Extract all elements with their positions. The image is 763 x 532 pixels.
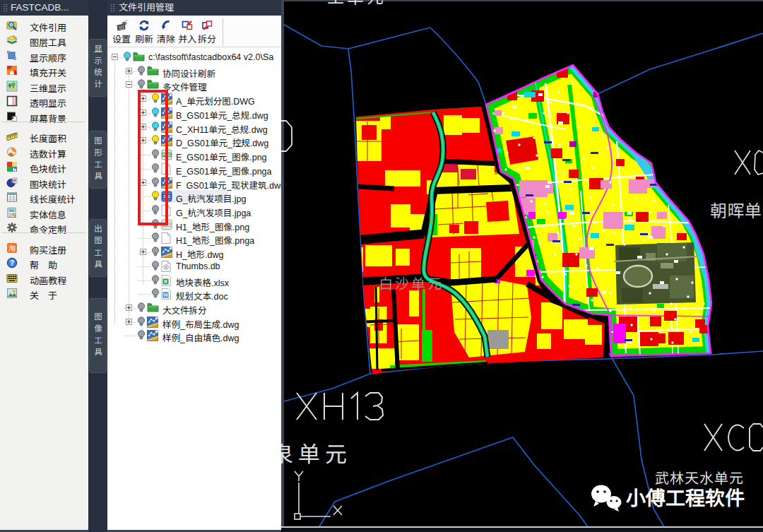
svg-text:白沙单元: 白沙单元 [379, 273, 444, 293]
svg-text:工单元: 工单元 [327, 0, 386, 8]
svg-text:泉单元: 泉单元 [281, 437, 352, 468]
svg-text:小傅工程软件: 小傅工程软件 [626, 483, 745, 511]
svg-text:?: ? [10, 259, 14, 267]
svg-text:朝晖单元: 朝晖单元 [710, 197, 763, 222]
svg-text:淘: 淘 [8, 242, 16, 253]
svg-text:W: W [163, 292, 168, 297]
